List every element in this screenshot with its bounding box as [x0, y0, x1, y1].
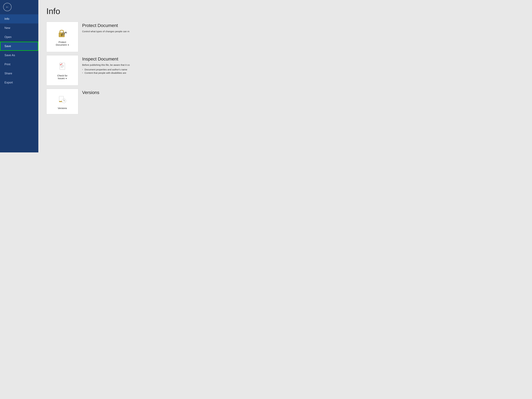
inspect-bullet-2: Content that people with disabilities ar…	[82, 72, 195, 74]
inspect-bullet-1: Document properties and author's name	[82, 68, 195, 71]
sidebar-item-info[interactable]: Info	[0, 14, 38, 24]
versions-heading: Versions	[82, 90, 195, 95]
sidebar-item-save-as[interactable]: Save As	[0, 51, 38, 60]
check-for-issues-label: Check forIssues ▾	[57, 74, 67, 80]
sidebar-item-print[interactable]: Print	[0, 60, 38, 69]
check-for-issues-button[interactable]: Check forIssues ▾	[46, 55, 78, 86]
back-button[interactable]: ←	[3, 3, 12, 11]
check-for-issues-icon	[57, 61, 68, 73]
sidebar-item-share[interactable]: Share	[0, 69, 38, 78]
inspect-document-heading: Inspect Document	[82, 56, 195, 61]
svg-rect-6	[66, 32, 67, 33]
versions-icon	[57, 94, 68, 105]
sidebar-item-open[interactable]: Open	[0, 33, 38, 42]
sidebar-item-export[interactable]: Export	[0, 78, 38, 87]
inspect-document-bullets: Document properties and author's name Co…	[82, 68, 195, 74]
svg-rect-2	[61, 35, 62, 36]
back-arrow-icon: ←	[6, 5, 9, 9]
sidebar-item-new[interactable]: New	[0, 24, 38, 33]
protect-document-label: ProtectDocument ▾	[56, 41, 69, 46]
versions-card: Versions Versions	[46, 89, 195, 114]
protect-document-icon	[57, 28, 68, 39]
protect-document-heading: Protect Document	[82, 23, 195, 28]
back-button-container: ←	[0, 0, 38, 13]
protect-document-card: ProtectDocument ▾ Protect Document Contr…	[46, 22, 195, 52]
inspect-document-card: Check forIssues ▾ Inspect Document Befor…	[46, 55, 195, 86]
inspect-document-description: Before publishing this file, be aware th…	[82, 63, 195, 67]
nav-items: Info New Open Save Save As Print Share E…	[0, 14, 38, 153]
sidebar: ← Info New Open Save Save As Print Share…	[0, 0, 38, 153]
page-title: Info	[46, 6, 195, 16]
versions-button[interactable]: Versions	[46, 89, 78, 114]
info-cards: ProtectDocument ▾ Protect Document Contr…	[46, 22, 195, 114]
versions-label: Versions	[58, 107, 67, 110]
main-content: Info	[38, 0, 203, 153]
svg-rect-16	[59, 101, 62, 102]
protect-document-button[interactable]: ProtectDocument ▾	[46, 22, 78, 52]
protect-document-info: Protect Document Control what types of c…	[82, 22, 195, 33]
inspect-document-info: Inspect Document Before publishing this …	[82, 55, 195, 74]
versions-info: Versions	[82, 89, 195, 97]
sidebar-item-save[interactable]: Save	[0, 42, 38, 51]
protect-document-description: Control what types of changes people can…	[82, 30, 195, 33]
